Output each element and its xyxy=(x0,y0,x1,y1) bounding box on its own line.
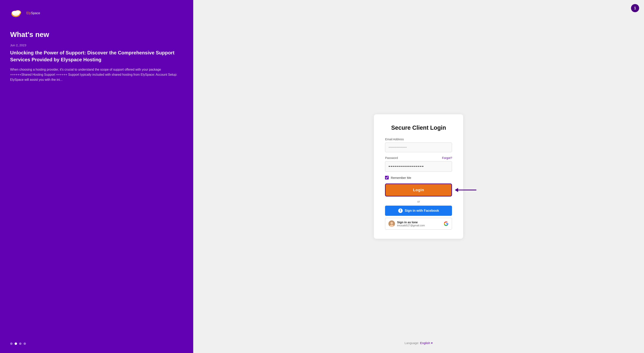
google-signin-button[interactable]: Sign in as lone lmusaib527@gmail.com xyxy=(385,218,452,230)
login-button[interactable]: Login xyxy=(385,184,452,196)
article-title: Unlocking the Power of Support: Discover… xyxy=(10,49,183,63)
arrow-head xyxy=(455,188,458,192)
password-form-group: Password Forgot? xyxy=(385,156,452,172)
avatar-image xyxy=(388,220,395,227)
article-excerpt: When choosing a hosting provider, it's c… xyxy=(10,67,183,82)
svg-point-5 xyxy=(15,10,20,14)
google-icon xyxy=(444,221,448,226)
forgot-link[interactable]: Forgot? xyxy=(442,156,452,160)
or-divider: or xyxy=(385,200,452,203)
right-panel: 1 Secure Client Login Email Address Pass… xyxy=(193,0,644,353)
carousel-dot-2[interactable] xyxy=(14,342,17,345)
password-input[interactable] xyxy=(385,161,452,172)
logo-ely: Ely xyxy=(26,11,31,15)
logo-container: ElySpace xyxy=(10,8,183,18)
login-card: Secure Client Login Email Address Passwo… xyxy=(374,114,463,239)
google-btn-text: Sign in as lone lmusaib527@gmail.com xyxy=(397,221,425,227)
carousel-dot-1[interactable] xyxy=(10,342,12,345)
facebook-button-label: Sign in with Facebook xyxy=(405,209,439,212)
remember-label: Remember Me xyxy=(391,176,411,180)
whats-new-section: What's new Jun 2, 2023 Unlocking the Pow… xyxy=(10,30,183,342)
logo-icon xyxy=(10,8,24,18)
facebook-signin-button[interactable]: f Sign in with Facebook xyxy=(385,206,452,216)
remember-checkbox[interactable] xyxy=(385,176,389,180)
login-title: Secure Client Login xyxy=(385,124,452,131)
arrow-pointer xyxy=(455,188,476,192)
language-selector[interactable]: English ▾ xyxy=(420,341,433,345)
google-user-email: lmusaib527@gmail.com xyxy=(397,224,425,227)
remember-row: Remember Me xyxy=(385,176,452,180)
whats-new-title: What's new xyxy=(10,30,183,38)
carousel-dot-3[interactable] xyxy=(19,342,22,345)
notification-badge[interactable]: 1 xyxy=(631,4,639,12)
google-btn-left: Sign in as lone lmusaib527@gmail.com xyxy=(388,220,425,227)
password-label: Password xyxy=(385,156,398,160)
left-panel: ElySpace What's new Jun 2, 2023 Unlockin… xyxy=(0,0,193,353)
email-label: Email Address xyxy=(385,138,452,141)
language-label: Language: xyxy=(404,341,419,345)
logo-text: ElySpace xyxy=(26,11,40,15)
user-avatar xyxy=(388,220,395,227)
email-input[interactable] xyxy=(385,142,452,152)
facebook-icon: f xyxy=(398,208,403,213)
arrow-line xyxy=(458,190,476,190)
email-form-group: Email Address xyxy=(385,138,452,152)
login-button-wrapper: Login xyxy=(385,184,452,196)
language-section: Language: English ▾ xyxy=(404,341,432,345)
carousel-dot-4[interactable] xyxy=(24,342,26,345)
google-user-name: Sign in as lone xyxy=(397,221,425,224)
carousel-dots xyxy=(10,342,183,345)
svg-point-7 xyxy=(390,222,393,224)
logo-space: Space xyxy=(31,11,40,15)
article-date: Jun 2, 2023 xyxy=(10,44,183,47)
